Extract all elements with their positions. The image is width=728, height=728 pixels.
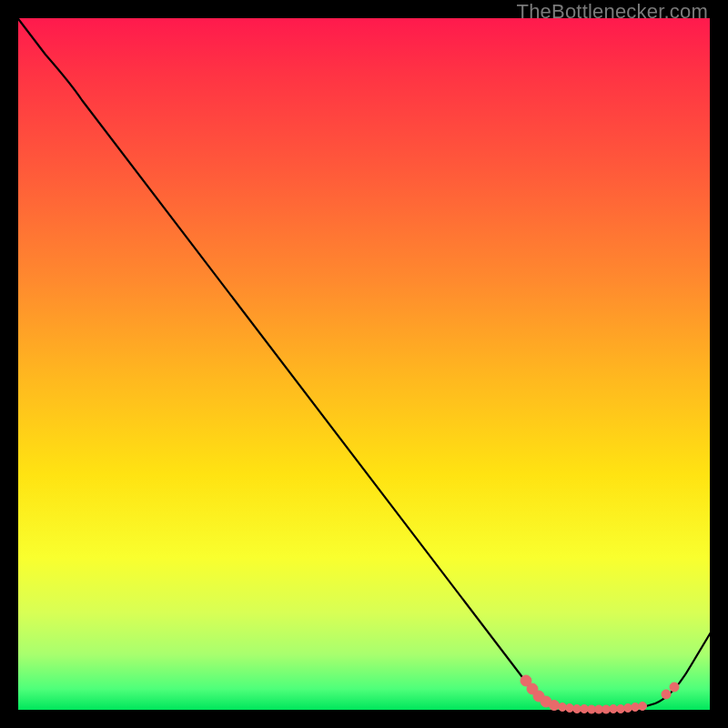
svg-point-17 [662, 690, 671, 699]
svg-point-16 [639, 703, 647, 711]
svg-point-18 [670, 682, 679, 692]
bottleneck-curve [18, 18, 710, 710]
plot-area [18, 18, 710, 710]
svg-point-4 [550, 701, 560, 711]
curve-line [16, 16, 713, 709]
highlight-dots [521, 675, 679, 713]
chart-frame: TheBottlenecker.com [0, 0, 728, 728]
